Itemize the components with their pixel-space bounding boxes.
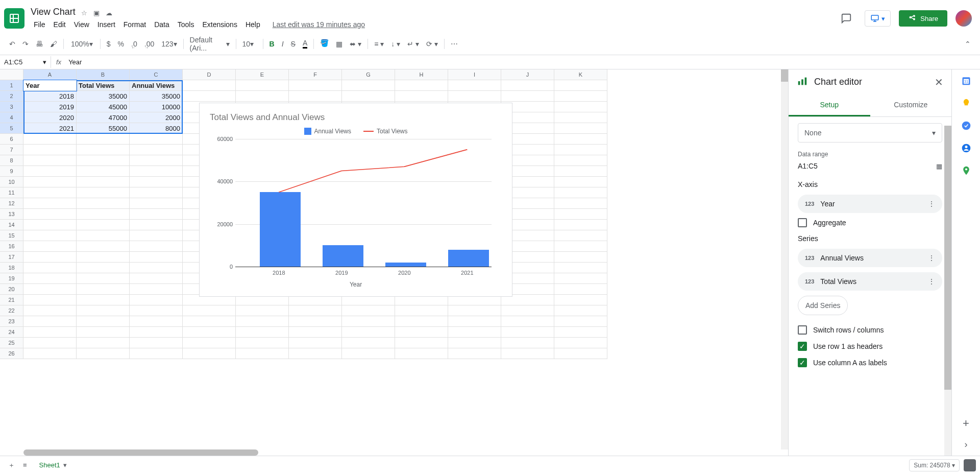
- select-range-icon[interactable]: ▦: [936, 162, 942, 170]
- tasks-icon[interactable]: [961, 121, 971, 131]
- cell[interactable]: [23, 134, 77, 145]
- cell[interactable]: [395, 305, 448, 316]
- currency-button[interactable]: $: [104, 38, 114, 50]
- quicksum-box[interactable]: Sum: 245078 ▾: [909, 459, 960, 471]
- cell[interactable]: [23, 187, 77, 198]
- switch-rows-columns-row[interactable]: Switch rows / columns: [798, 325, 942, 335]
- cell[interactable]: [23, 177, 77, 187]
- hide-panel-icon[interactable]: ›: [961, 439, 971, 449]
- print-icon[interactable]: 🖶: [33, 38, 46, 50]
- maps-icon[interactable]: [961, 165, 971, 176]
- cell[interactable]: [342, 338, 395, 348]
- cell[interactable]: [183, 80, 236, 91]
- cell[interactable]: [289, 316, 342, 327]
- cell[interactable]: [554, 166, 607, 177]
- cell[interactable]: 8000: [130, 123, 183, 134]
- row-header[interactable]: 23: [0, 316, 23, 327]
- cell[interactable]: [130, 305, 183, 316]
- cell[interactable]: [77, 220, 130, 230]
- cell[interactable]: [23, 241, 77, 252]
- xaxis-field[interactable]: 123 Year ⋮: [798, 195, 942, 213]
- series-total-views[interactable]: 123 Total Views ⋮: [798, 272, 942, 291]
- cell[interactable]: [77, 187, 130, 198]
- cell[interactable]: [130, 230, 183, 241]
- column-header[interactable]: A: [23, 69, 77, 80]
- present-button[interactable]: ▾: [865, 10, 891, 27]
- aggregate-checkbox[interactable]: [798, 218, 807, 227]
- cell[interactable]: Annual Views: [130, 80, 183, 91]
- cell[interactable]: [23, 230, 77, 241]
- row-header[interactable]: 24: [0, 327, 23, 338]
- cell[interactable]: [554, 80, 607, 91]
- cell[interactable]: 2020: [23, 112, 77, 123]
- tab-setup[interactable]: Setup: [789, 94, 870, 116]
- increase-decimal-button[interactable]: .00→: [141, 38, 157, 50]
- bold-button[interactable]: B: [266, 38, 278, 50]
- cell[interactable]: [554, 327, 607, 338]
- cell[interactable]: [395, 348, 448, 359]
- cell[interactable]: [23, 220, 77, 230]
- cell[interactable]: 55000: [77, 123, 130, 134]
- cell[interactable]: [395, 80, 448, 91]
- row-header[interactable]: 2: [0, 91, 23, 102]
- cell[interactable]: [554, 134, 607, 145]
- cell[interactable]: [501, 327, 554, 338]
- cell[interactable]: [77, 284, 130, 295]
- cell[interactable]: [130, 155, 183, 166]
- cell[interactable]: [554, 305, 607, 316]
- cell[interactable]: [130, 177, 183, 187]
- cell[interactable]: [23, 273, 77, 284]
- editor-scrollbar[interactable]: [944, 126, 951, 456]
- menu-tools[interactable]: Tools: [175, 18, 198, 31]
- row-header[interactable]: 20: [0, 284, 23, 295]
- cell[interactable]: [23, 327, 77, 338]
- row-header[interactable]: 12: [0, 198, 23, 209]
- cell[interactable]: [130, 241, 183, 252]
- formula-input[interactable]: Year: [66, 56, 980, 68]
- cell[interactable]: [554, 198, 607, 209]
- document-title[interactable]: View Chart: [31, 7, 76, 17]
- cell[interactable]: [554, 230, 607, 241]
- cell[interactable]: [289, 80, 342, 91]
- cell[interactable]: [448, 327, 501, 338]
- series-menu-icon[interactable]: ⋮: [928, 254, 935, 262]
- vertical-scrollbar-track[interactable]: [781, 69, 788, 449]
- column-header[interactable]: F: [289, 69, 342, 80]
- cell[interactable]: [130, 209, 183, 220]
- decrease-decimal-button[interactable]: .0←: [128, 38, 140, 50]
- valign-button[interactable]: ↓ ▾: [388, 38, 403, 50]
- wrap-button[interactable]: ↵ ▾: [404, 38, 422, 50]
- cell[interactable]: 2018: [23, 91, 77, 102]
- cell[interactable]: [554, 112, 607, 123]
- calendar-icon[interactable]: 31: [961, 76, 971, 86]
- text-color-button[interactable]: A: [300, 37, 310, 51]
- spreadsheet-grid[interactable]: ABCDEFGHIJK1YearTotal ViewsAnnual Views2…: [0, 69, 788, 456]
- cell[interactable]: [77, 295, 130, 305]
- cell[interactable]: [183, 91, 236, 102]
- vertical-scrollbar-thumb[interactable]: [781, 69, 788, 82]
- cell[interactable]: [77, 316, 130, 327]
- cell[interactable]: [289, 338, 342, 348]
- cell[interactable]: [554, 177, 607, 187]
- combine-select[interactable]: None▾: [798, 123, 942, 143]
- cell[interactable]: [130, 166, 183, 177]
- column-header[interactable]: D: [183, 69, 236, 80]
- cell[interactable]: [130, 252, 183, 263]
- cell[interactable]: [183, 305, 236, 316]
- menu-format[interactable]: Format: [120, 18, 149, 31]
- cell[interactable]: [395, 91, 448, 102]
- cell[interactable]: [23, 338, 77, 348]
- sheet-tab-sheet1[interactable]: Sheet1▾: [31, 457, 75, 473]
- cell[interactable]: [342, 305, 395, 316]
- series-annual-views[interactable]: 123 Annual Views ⋮: [798, 249, 942, 267]
- cell[interactable]: [554, 263, 607, 273]
- row-header[interactable]: 18: [0, 263, 23, 273]
- cell[interactable]: [130, 284, 183, 295]
- cell[interactable]: [236, 305, 289, 316]
- cell[interactable]: [289, 305, 342, 316]
- undo-icon[interactable]: ↶: [6, 38, 18, 50]
- cell[interactable]: [130, 316, 183, 327]
- cell[interactable]: [130, 263, 183, 273]
- cell[interactable]: [77, 198, 130, 209]
- percent-button[interactable]: %: [115, 38, 127, 50]
